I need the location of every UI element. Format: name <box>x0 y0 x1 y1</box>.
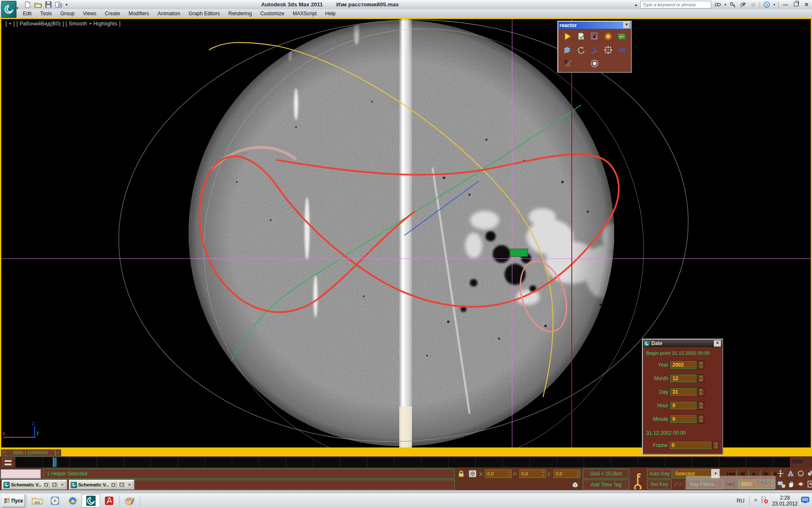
max-taskbar-icon[interactable] <box>82 494 100 508</box>
menu-customize[interactable]: Customize <box>256 9 288 18</box>
menu-tools[interactable]: Tools <box>36 9 56 18</box>
internet-explorer-taskbar-icon[interactable]: e <box>64 494 82 507</box>
tray-expand-chevron[interactable]: ^ <box>754 498 757 503</box>
year-spinner[interactable]: ▴▾ <box>698 361 704 369</box>
menu-animation[interactable]: Animation <box>154 9 184 18</box>
track-bar-key-marker[interactable] <box>53 458 57 467</box>
frame-field[interactable]: 0 <box>669 442 711 449</box>
date-dialog[interactable]: Date ✕ Begin point 31.12.2002 00:00 Year… <box>642 339 723 455</box>
schematic-view-window-1[interactable]: Schematic V... ✕ <box>2 480 67 490</box>
reactor-texture-icon[interactable] <box>617 32 626 41</box>
dolly-icon[interactable] <box>776 469 785 478</box>
time-slider-handle[interactable]: 9950 / 10000000 <box>5 449 55 456</box>
y-spinner[interactable]: ▴▾ <box>541 470 546 478</box>
restore-icon[interactable] <box>43 481 49 488</box>
maximize-icon[interactable] <box>118 481 125 488</box>
y-coord-field[interactable]: 0,0 ▴▾ <box>519 469 546 478</box>
minute-field[interactable]: 0 <box>670 415 697 423</box>
pan-hand-icon[interactable] <box>787 480 795 488</box>
z-coord-field[interactable]: 0,0 ▴▾ <box>554 469 580 478</box>
date-dialog-titlebar[interactable]: Date ✕ <box>643 340 722 347</box>
reactor-analyze-world-icon[interactable] <box>576 32 586 41</box>
mini-curve-editor-button[interactable] <box>2 458 14 468</box>
menu-modifiers[interactable]: Modifiers <box>124 9 154 18</box>
menu-group[interactable]: Group <box>56 9 79 18</box>
media-player-taskbar-icon[interactable] <box>46 494 64 507</box>
add-time-tag-button[interactable]: Add Time Tag <box>583 480 629 490</box>
search-flyout-icon[interactable]: ▸ <box>635 3 637 7</box>
menu-edit[interactable]: Edit <box>19 9 36 18</box>
time-configuration-icon[interactable] <box>777 480 786 490</box>
day-field[interactable]: 31 <box>670 388 697 396</box>
selected-helper-object[interactable] <box>510 249 528 257</box>
orbit-icon[interactable] <box>797 480 805 488</box>
x-coord-field[interactable]: 0,0 ▴▾ <box>485 469 512 478</box>
reactor-dynamics-icon[interactable]: D <box>563 59 572 68</box>
time-slider-next-button[interactable]: > <box>55 449 61 456</box>
reactor-close-icon[interactable]: ✕ <box>623 22 630 28</box>
reactor-rewind-icon[interactable] <box>617 45 626 55</box>
restore-button[interactable] <box>792 2 800 8</box>
tray-clock[interactable]: 2:28 23.01.2012 <box>772 495 798 507</box>
menu-rendering[interactable]: Rendering <box>224 9 256 18</box>
menu-maxscript[interactable]: MAXScript <box>288 9 321 18</box>
menu-graph-editors[interactable]: Graph Editors <box>184 9 224 18</box>
reactor-select-icon[interactable] <box>590 32 599 41</box>
field-of-view-icon[interactable] <box>787 469 795 478</box>
minute-spinner[interactable]: ▴▾ <box>698 415 704 423</box>
x-spinner[interactable]: ▴▾ <box>507 470 511 478</box>
language-indicator[interactable]: RU <box>737 497 745 504</box>
action-center-flag-icon[interactable] <box>760 496 769 506</box>
selection-lock-icon[interactable] <box>458 470 465 479</box>
favorites-star-icon[interactable]: ☆ <box>749 1 757 8</box>
hour-field[interactable]: 0 <box>670 402 697 409</box>
day-spinner[interactable]: ▴▾ <box>698 388 704 396</box>
maxscript-mini-listener[interactable] <box>0 469 41 479</box>
reactor-preview-play-icon[interactable] <box>563 32 572 41</box>
reactor-fracture-icon[interactable] <box>604 45 613 55</box>
start-button[interactable]: Пуск <box>2 494 25 508</box>
menu-create[interactable]: Create <box>101 9 124 18</box>
reactor-step-icon[interactable] <box>576 59 586 68</box>
save-file-icon[interactable] <box>45 1 52 8</box>
close-icon[interactable]: ✕ <box>59 481 66 488</box>
track-bar-frames[interactable] <box>15 457 790 467</box>
key-curve-icon[interactable] <box>674 481 683 489</box>
set-key-button[interactable]: Set Key <box>647 480 672 489</box>
arc-rotate-icon[interactable] <box>797 469 805 478</box>
menu-views[interactable]: Views <box>79 9 101 18</box>
communication-center-icon[interactable] <box>739 1 746 8</box>
qat-dropdown-icon[interactable]: ▾ <box>66 3 68 7</box>
reactor-sun-icon[interactable] <box>604 32 613 41</box>
open-file-icon[interactable] <box>34 1 42 8</box>
search-dropdown-icon[interactable]: ▾ <box>724 3 727 7</box>
close-button[interactable]: ✕ <box>803 2 810 8</box>
auto-key-button[interactable]: Auto Key <box>647 469 672 479</box>
reactor-rotate-icon[interactable] <box>576 45 586 55</box>
menu-help[interactable]: Help <box>321 9 340 18</box>
month-spinner[interactable]: ▴▾ <box>698 374 704 383</box>
schematic-view-window-2[interactable]: Schematic V... ✕ <box>69 480 134 490</box>
import-icon[interactable] <box>55 1 62 8</box>
adobe-reader-taskbar-icon[interactable] <box>100 494 118 507</box>
z-spinner[interactable]: ▴▾ <box>575 470 580 478</box>
reactor-layers-icon[interactable] <box>563 45 572 55</box>
frame-spinner[interactable]: ▴▾ <box>713 441 719 450</box>
zoom-extents-icon[interactable] <box>807 469 812 478</box>
hour-spinner[interactable]: ▴▾ <box>698 401 704 410</box>
subscription-key-icon[interactable] <box>729 1 736 8</box>
absolute-mode-icon[interactable] <box>469 470 477 479</box>
maximize-viewport-icon[interactable] <box>807 480 812 488</box>
reactor-titlebar[interactable]: reactor ✕ <box>558 22 631 29</box>
year-field[interactable]: 2002 <box>670 361 697 369</box>
reactor-record-icon[interactable] <box>590 59 599 68</box>
help-icon[interactable]: ? <box>763 1 770 8</box>
viewport-label[interactable]: [ + ] [ РабочийВид(B0) ] [ Smooth + High… <box>5 21 121 27</box>
tray-display-icon[interactable] <box>801 496 809 505</box>
set-keys-big-button[interactable] <box>630 469 645 489</box>
minimize-button[interactable]: — <box>782 2 789 8</box>
search-icon[interactable] <box>714 1 721 8</box>
new-scene-icon[interactable] <box>25 1 31 8</box>
restore-icon[interactable] <box>110 481 117 488</box>
search-input[interactable] <box>640 1 711 8</box>
